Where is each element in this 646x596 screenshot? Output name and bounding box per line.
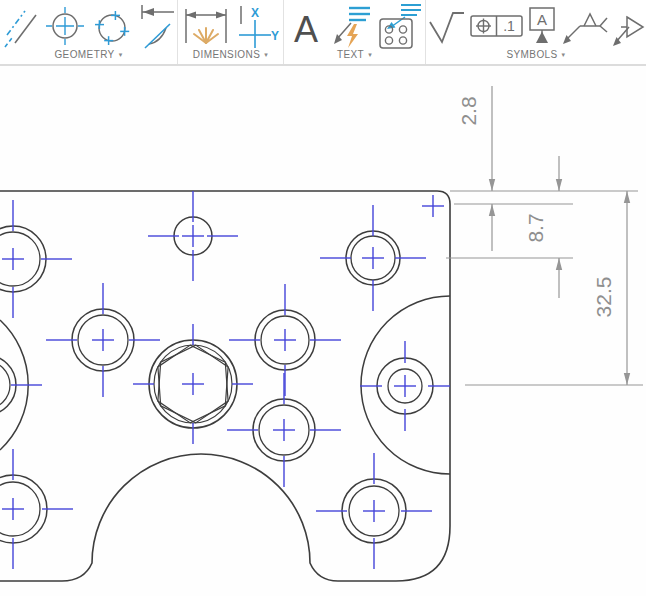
fcf-tolerance-label: .1 [503,18,515,34]
datum-letter-label: A [537,10,547,27]
dimension-arrow[interactable] [556,258,562,270]
toolbar-group-text: A [284,0,426,64]
geometry-tools [0,3,177,48]
circular-pattern-center-mark-icon[interactable] [90,3,134,49]
text-label: TEXT [337,49,364,60]
weld-symbol-icon[interactable] [560,4,608,48]
toolbar-group-geometry: GEOMETRY ▾ [0,0,178,64]
symbols-dropdown[interactable]: SYMBOLS ▾ [506,49,565,60]
text-tools: A [288,3,422,48]
chevron-down-icon: ▾ [264,51,268,59]
geometry-label: GEOMETRY [54,49,114,60]
center-mark-icon[interactable] [43,4,87,48]
dimension-label[interactable]: 2.8 [457,96,480,125]
dimension-arrow[interactable] [556,179,562,191]
ordinate-y-label: Y [271,29,279,43]
plate-outline[interactable] [0,191,450,581]
edge-extension-icon[interactable] [137,2,177,50]
centerline-icon[interactable] [0,4,40,48]
ordinate-dimension-icon[interactable]: X Y [234,2,280,50]
app-window: 2.88.732.5 [0,0,646,596]
feature-control-frame-icon[interactable]: .1 [470,4,524,48]
drawing-canvas[interactable]: 2.88.732.5 [0,0,646,596]
linear-dimension-icon[interactable] [181,3,231,49]
edge-symbol-icon[interactable] [611,3,645,49]
chevron-down-icon: ▾ [119,51,123,59]
dimensions-dropdown[interactable]: DIMENSIONS ▾ [193,49,268,60]
ordinate-x-label: X [251,6,259,20]
table-icon[interactable] [374,2,422,50]
surface-texture-icon[interactable] [427,4,467,48]
dimensions-label: DIMENSIONS [193,49,260,60]
dimension-tools: X Y [181,3,280,48]
toolbar-group-dimensions: X Y DIMENSIONS ▾ [178,0,284,64]
dimension-arrow[interactable] [624,191,630,203]
symbol-tools: .1 A [427,3,645,48]
dimension-label[interactable]: 8.7 [524,213,547,242]
chevron-down-icon: ▾ [562,51,566,59]
geometry-dropdown[interactable]: GEOMETRY ▾ [54,49,122,60]
hole-inner-circle[interactable] [0,361,10,409]
dimension-arrow[interactable] [489,179,495,191]
toolbar-group-symbols: .1 A [426,0,646,64]
toolbar: GEOMETRY ▾ [0,0,646,66]
text-icon[interactable]: A [288,2,324,50]
text-dropdown[interactable]: TEXT ▾ [337,49,372,60]
leader-text-icon[interactable] [327,3,371,49]
chevron-down-icon: ▾ [368,51,372,59]
datum-identifier-icon[interactable]: A [527,4,557,48]
dimension-arrow[interactable] [489,204,495,216]
dimension-label[interactable]: 32.5 [592,277,615,318]
symbols-label: SYMBOLS [506,49,557,60]
dimension-arrow[interactable] [624,373,630,385]
text-tool-glyph: A [293,9,317,50]
